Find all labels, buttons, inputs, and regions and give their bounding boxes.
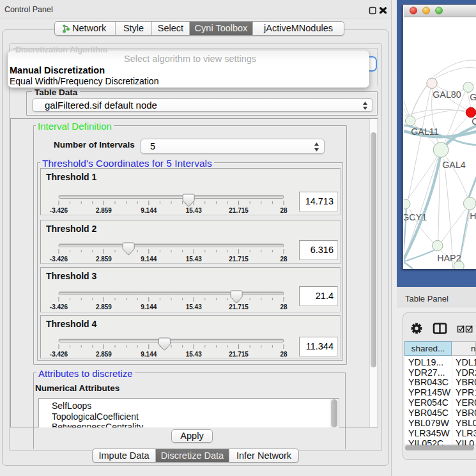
svg-text:21.715: 21.715 [229, 256, 249, 263]
svg-text:GAL80: GAL80 [433, 89, 461, 100]
svg-text:15.43: 15.43 [186, 207, 202, 214]
svg-text:15.43: 15.43 [186, 303, 202, 311]
svg-text:28: 28 [280, 207, 288, 214]
svg-text:9.144: 9.144 [141, 351, 157, 358]
svg-text:15.43: 15.43 [186, 256, 202, 263]
svg-text:2.859: 2.859 [96, 303, 112, 311]
svg-text:21.715: 21.715 [229, 303, 249, 311]
svg-text:28: 28 [280, 303, 288, 311]
svg-text:-3.426: -3.426 [50, 256, 68, 263]
svg-text:15.43: 15.43 [186, 351, 202, 358]
svg-text:9.144: 9.144 [141, 256, 157, 263]
svg-text:GCY1: GCY1 [404, 212, 427, 222]
svg-text:GAL4: GAL4 [442, 160, 466, 170]
svg-text:2.859: 2.859 [96, 256, 112, 263]
svg-text:2.859: 2.859 [96, 207, 112, 214]
svg-text:HAP2: HAP2 [437, 253, 461, 263]
svg-text:-3.426: -3.426 [50, 207, 68, 214]
svg-text:21.715: 21.715 [229, 351, 249, 358]
svg-text:-3.426: -3.426 [50, 351, 68, 358]
svg-text:28: 28 [280, 351, 288, 358]
svg-text:2.859: 2.859 [96, 351, 112, 358]
svg-text:21.715: 21.715 [229, 207, 249, 214]
svg-text:9.144: 9.144 [141, 207, 157, 214]
svg-text:-3.426: -3.426 [50, 303, 68, 311]
svg-text:C: C [472, 116, 476, 127]
svg-text:9.144: 9.144 [141, 303, 157, 311]
svg-text:H: H [470, 211, 476, 221]
svg-text:28: 28 [280, 256, 288, 263]
svg-text:GAL11: GAL11 [411, 127, 438, 137]
svg-text:GA: GA [470, 92, 476, 102]
